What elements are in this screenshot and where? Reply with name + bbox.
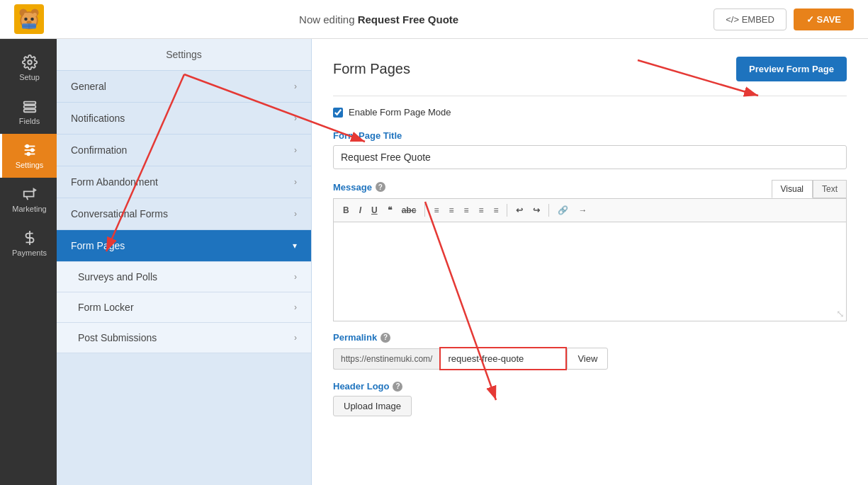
app-logo <box>14 4 44 34</box>
main-content: Form Pages Preview Form Page Enable Form… <box>312 39 868 485</box>
visual-tab[interactable]: Visual <box>772 180 813 198</box>
marketing-label: Marketing <box>12 205 46 213</box>
svg-point-5 <box>30 18 34 21</box>
megaphone-icon <box>22 186 38 202</box>
divider <box>333 96 847 96</box>
message-section: Message ? Visual Text B I U ❝ abc <box>333 180 847 321</box>
permalink-row: https://enstinemuki.com/ View <box>333 347 847 370</box>
form-page-title-label: Form Page Title <box>333 130 847 141</box>
svg-point-6 <box>26 21 31 24</box>
svg-point-12 <box>28 60 32 64</box>
form-page-title-input[interactable] <box>333 145 847 169</box>
header-logo-help-icon[interactable]: ? <box>393 382 402 392</box>
text-tab[interactable]: Text <box>813 180 847 198</box>
align-center-button[interactable]: ≡ <box>475 203 487 217</box>
top-actions: </> EMBED ✓ SAVE <box>714 8 854 30</box>
sidebar-item-setup[interactable]: Setup <box>0 46 57 90</box>
menu-form-locker[interactable]: Form Locker › <box>57 292 311 323</box>
permalink-help-icon[interactable]: ? <box>381 333 390 343</box>
svg-point-8 <box>33 13 36 16</box>
editor-tabs: Visual Text <box>772 180 847 198</box>
svg-point-20 <box>30 149 33 152</box>
menu-notifications[interactable]: Notifications › <box>57 103 311 135</box>
chevron-right-icon: › <box>294 272 297 282</box>
gear-icon <box>22 55 38 70</box>
redo-button[interactable]: ↪ <box>529 203 543 217</box>
menu-confirmation[interactable]: Confirmation › <box>57 135 311 166</box>
link-button[interactable]: 🔗 <box>554 203 572 217</box>
menu-general[interactable]: General › <box>57 71 311 103</box>
insert-button[interactable]: → <box>575 203 590 217</box>
chevron-right-icon: › <box>294 333 297 343</box>
resize-handle: ⤡ <box>836 308 845 319</box>
sidebar-item-marketing[interactable]: Marketing <box>0 178 57 222</box>
italic-button[interactable]: I <box>356 203 365 217</box>
undo-button[interactable]: ↩ <box>512 203 526 217</box>
editor-toolbar: B I U ❝ abc ≡ ≡ ≡ ≡ ≡ ↩ ↪ 🔗 → <box>333 198 847 222</box>
fields-label: Fields <box>19 117 40 125</box>
bold-button[interactable]: B <box>339 203 353 217</box>
sidebar-item-fields[interactable]: Fields <box>0 90 57 134</box>
ordered-list-button[interactable]: ≡ <box>445 203 457 217</box>
chevron-down-icon: ▾ <box>293 241 297 251</box>
dollar-icon <box>22 230 38 246</box>
align-right-button[interactable]: ≡ <box>490 203 502 217</box>
app-layout: Setup Fields Settings <box>0 39 868 485</box>
embed-button[interactable]: </> EMBED <box>714 8 787 30</box>
enable-form-page-checkbox[interactable] <box>333 108 343 118</box>
toolbar-separator <box>424 204 425 217</box>
blockquote-button[interactable]: ❝ <box>384 203 395 217</box>
enable-form-page-row: Enable Form Page Mode <box>333 107 847 118</box>
svg-rect-15 <box>23 110 35 113</box>
chevron-right-icon: › <box>294 113 297 123</box>
sliders-icon <box>22 142 38 158</box>
enable-form-page-label: Enable Form Page Mode <box>349 107 451 118</box>
form-pages-header: Form Pages Preview Form Page <box>333 57 847 81</box>
icon-sidebar: Setup Fields Settings <box>0 39 57 485</box>
menu-post-submissions[interactable]: Post Submissions › <box>57 323 311 353</box>
view-button[interactable]: View <box>567 348 608 370</box>
chevron-right-icon: › <box>294 302 297 312</box>
form-pages-title: Form Pages <box>333 61 410 77</box>
settings-sidebar: Settings General › Notifications › Confi… <box>57 39 312 485</box>
list-button[interactable]: ≡ <box>430 203 442 217</box>
menu-form-pages[interactable]: Form Pages ▾ <box>57 230 311 262</box>
top-bar: Now editing Request Free Quote </> EMBED… <box>0 0 868 39</box>
setup-label: Setup <box>19 73 40 81</box>
sub-menu: Surveys and Polls › Form Locker › Post S… <box>57 262 311 353</box>
svg-rect-13 <box>23 102 35 105</box>
svg-point-7 <box>24 13 28 16</box>
message-label: Message ? <box>333 182 385 193</box>
toolbar-separator-3 <box>548 204 549 217</box>
menu-conversational-forms[interactable]: Conversational Forms › <box>57 198 311 230</box>
chevron-right-icon: › <box>294 81 297 91</box>
chevron-right-icon: › <box>294 145 297 155</box>
permalink-base: https://enstinemuki.com/ <box>333 348 439 370</box>
fields-icon <box>22 98 38 114</box>
editing-title: Now editing Request Free Quote <box>299 13 458 25</box>
chevron-right-icon: › <box>294 209 297 219</box>
save-button[interactable]: ✓ SAVE <box>794 8 854 30</box>
svg-point-21 <box>27 153 30 156</box>
chevron-right-icon: › <box>294 177 297 187</box>
header-logo-label: Header Logo ? <box>333 381 847 392</box>
svg-point-4 <box>24 18 28 21</box>
settings-sidebar-header: Settings <box>57 39 311 71</box>
logo-area <box>14 4 44 34</box>
upload-image-button[interactable]: Upload Image <box>333 396 412 416</box>
underline-button[interactable]: U <box>368 203 381 217</box>
message-editor[interactable]: ⤡ <box>333 222 847 321</box>
menu-surveys-polls[interactable]: Surveys and Polls › <box>57 262 311 292</box>
svg-point-19 <box>26 145 28 148</box>
menu-form-abandonment[interactable]: Form Abandonment › <box>57 166 311 198</box>
preview-form-page-button[interactable]: Preview Form Page <box>736 57 847 81</box>
permalink-label: Permalink ? <box>333 332 847 343</box>
permalink-slug-input[interactable] <box>439 347 567 370</box>
sidebar-item-settings[interactable]: Settings <box>0 134 57 178</box>
message-help-icon[interactable]: ? <box>376 182 385 192</box>
strikethrough-button[interactable]: abc <box>398 203 420 217</box>
sidebar-item-payments[interactable]: Payments <box>0 222 57 266</box>
settings-label: Settings <box>16 161 44 169</box>
toolbar-separator-2 <box>507 204 507 217</box>
align-left-button[interactable]: ≡ <box>460 203 472 217</box>
